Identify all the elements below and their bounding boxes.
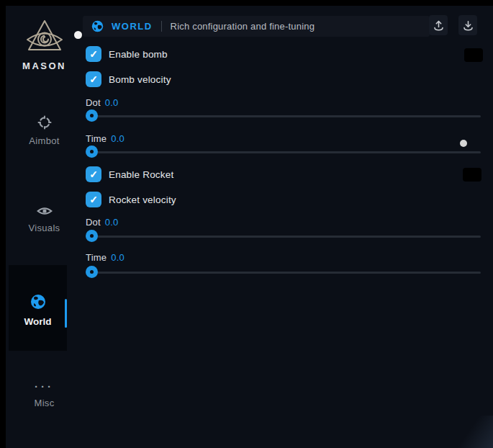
enable-bomb-checkbox[interactable]: ✓	[86, 46, 101, 62]
slider-value: 0.0	[111, 252, 125, 263]
checkbox-row-bomb-velocity: ✓ Bomb velocity	[86, 71, 171, 87]
slider-thumb[interactable]	[86, 109, 98, 122]
download-config-button[interactable]	[458, 15, 477, 35]
slider-track[interactable]	[86, 236, 481, 238]
checkbox-label: Rocket velocity	[109, 194, 176, 205]
rocket-color-swatch[interactable]	[463, 168, 481, 182]
upload-icon	[433, 20, 444, 31]
slider-thumb[interactable]	[86, 145, 98, 158]
page-subtitle: Rich configuration and fine-tuning	[171, 21, 315, 32]
slider-track[interactable]	[86, 272, 481, 274]
ellipsis-icon: ···	[6, 383, 83, 390]
header-divider	[161, 21, 162, 32]
mason-eye-logo-icon	[24, 19, 65, 58]
check-icon: ✓	[89, 74, 98, 84]
page-header: WORLD Rich configuration and fine-tuning	[83, 16, 430, 37]
sidebar-item-world[interactable]: World	[9, 265, 67, 351]
sidebar-item-label: World	[24, 316, 52, 327]
slider-value: 0.0	[105, 97, 119, 108]
check-icon: ✓	[89, 169, 98, 179]
slider-name: Dot	[86, 217, 101, 228]
checkbox-label: Enable bomb	[109, 49, 168, 60]
checkbox-row-enable-bomb: ✓ Enable bomb	[86, 46, 168, 62]
crosshair-icon	[37, 115, 52, 130]
upload-config-button[interactable]	[429, 15, 448, 35]
sidebar-item-visuals[interactable]: Visuals	[6, 205, 83, 234]
globe-icon	[91, 20, 104, 32]
time-slider[interactable]	[86, 145, 481, 158]
sidebar-item-label: Visuals	[29, 223, 60, 233]
enable-rocket-checkbox[interactable]: ✓	[86, 166, 101, 182]
cursor-dot	[74, 31, 82, 39]
slider-name: Time	[86, 133, 107, 144]
slider-thumb[interactable]	[86, 266, 98, 278]
bomb-color-swatch[interactable]	[464, 48, 483, 62]
globe-icon	[30, 294, 46, 310]
slider-name: Dot	[86, 97, 101, 108]
slider-label-dot: Dot0.0	[86, 217, 119, 228]
checkbox-label: Bomb velocity	[109, 74, 171, 85]
check-icon: ✓	[89, 194, 98, 205]
slider-thumb[interactable]	[86, 230, 98, 242]
slider-label-time: Time0.0	[86, 133, 125, 144]
sidebar-item-label: Aimbot	[29, 135, 59, 146]
check-icon: ✓	[89, 49, 98, 59]
sidebar-item-misc[interactable]: ··· Misc	[6, 383, 83, 409]
eye-icon	[37, 205, 53, 217]
sidebar-item-aimbot[interactable]: Aimbot	[6, 115, 83, 147]
rocket-velocity-checkbox[interactable]: ✓	[86, 192, 101, 207]
active-tab-indicator	[65, 299, 67, 328]
slider-name: Time	[86, 252, 107, 263]
download-icon	[463, 20, 474, 31]
app-logo: MASON	[6, 19, 83, 71]
slider-label-time: Time0.0	[86, 252, 125, 263]
dot-slider[interactable]	[86, 109, 481, 122]
time-slider[interactable]	[86, 266, 481, 279]
checkbox-label: Enable Rocket	[109, 169, 173, 180]
slider-label-dot: Dot0.0	[86, 97, 119, 108]
slider-track[interactable]	[86, 115, 481, 117]
slider-value: 0.0	[111, 133, 125, 144]
checkbox-row-rocket-velocity: ✓ Rocket velocity	[86, 192, 176, 207]
logo-text: MASON	[6, 61, 83, 71]
sidebar: MASON Aimbot Visuals	[6, 6, 83, 448]
slider-value: 0.0	[105, 217, 119, 228]
slider-track[interactable]	[86, 151, 481, 153]
checkbox-row-enable-rocket: ✓ Enable Rocket	[86, 166, 173, 182]
app-window: MASON Aimbot Visuals	[6, 6, 493, 448]
bomb-velocity-checkbox[interactable]: ✓	[86, 71, 101, 87]
dot-slider[interactable]	[86, 230, 481, 243]
page-title: WORLD	[112, 21, 153, 32]
sidebar-item-label: Misc	[35, 398, 55, 408]
particle-dot	[460, 140, 467, 147]
